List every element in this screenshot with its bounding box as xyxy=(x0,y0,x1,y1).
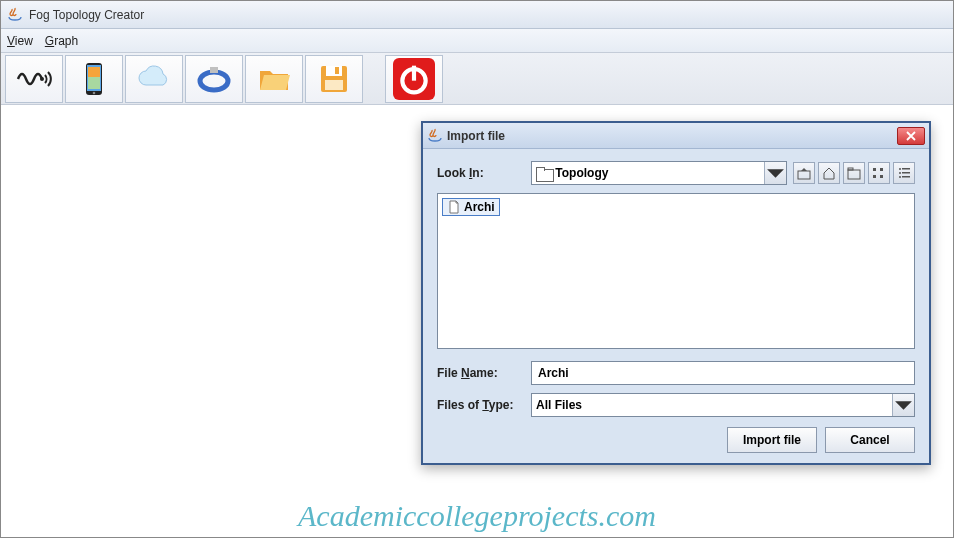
svg-point-23 xyxy=(899,172,901,174)
list-view-icon xyxy=(872,166,886,180)
lookin-label: Look In: xyxy=(437,166,525,180)
import-dialog: Import file Look In: Topology Ar xyxy=(421,121,931,465)
svg-point-0 xyxy=(40,77,44,81)
dialog-title: Import file xyxy=(447,129,897,143)
save-icon xyxy=(314,59,354,99)
svg-point-25 xyxy=(899,176,901,178)
power-icon xyxy=(394,59,434,99)
home-icon xyxy=(822,166,836,180)
file-item-name: Archi xyxy=(464,200,495,214)
svg-rect-24 xyxy=(902,172,910,174)
cloud-icon xyxy=(134,59,174,99)
menu-graph[interactable]: Graph xyxy=(45,34,78,48)
filetype-value: All Files xyxy=(536,398,582,412)
svg-rect-18 xyxy=(873,175,876,178)
svg-point-3 xyxy=(93,91,96,94)
lookin-combo[interactable]: Topology xyxy=(531,161,787,185)
svg-point-21 xyxy=(899,168,901,170)
svg-rect-5 xyxy=(88,77,100,89)
svg-rect-26 xyxy=(902,176,910,178)
svg-rect-4 xyxy=(88,67,100,77)
up-folder-button[interactable] xyxy=(793,162,815,184)
svg-rect-7 xyxy=(210,67,218,73)
chevron-down-icon[interactable] xyxy=(764,162,786,184)
save-button[interactable] xyxy=(305,55,363,103)
svg-rect-17 xyxy=(873,168,876,171)
link-button[interactable] xyxy=(185,55,243,103)
svg-point-6 xyxy=(200,72,228,90)
lookin-value: Topology xyxy=(555,166,608,180)
details-view-button[interactable] xyxy=(893,162,915,184)
svg-rect-14 xyxy=(798,171,810,179)
svg-rect-11 xyxy=(325,80,343,90)
menubar: View Graph xyxy=(1,29,953,53)
folder-icon xyxy=(536,167,552,180)
up-folder-icon xyxy=(797,166,811,180)
menu-view[interactable]: View xyxy=(7,34,33,48)
file-list[interactable]: Archi xyxy=(437,193,915,349)
list-view-button[interactable] xyxy=(868,162,890,184)
filetype-combo[interactable]: All Files xyxy=(531,393,915,417)
dialog-titlebar[interactable]: Import file xyxy=(423,123,929,149)
svg-rect-20 xyxy=(880,175,883,178)
svg-rect-16 xyxy=(848,168,853,170)
toolbar xyxy=(1,53,953,105)
phone-icon xyxy=(74,59,114,99)
svg-rect-22 xyxy=(902,168,910,170)
home-button[interactable] xyxy=(818,162,840,184)
dialog-close-button[interactable] xyxy=(897,127,925,145)
file-item[interactable]: Archi xyxy=(442,198,500,216)
cancel-button[interactable]: Cancel xyxy=(825,427,915,453)
window-titlebar: Fog Topology Creator xyxy=(1,1,953,29)
svg-rect-10 xyxy=(335,67,339,74)
sensor-icon xyxy=(14,59,54,99)
window-title: Fog Topology Creator xyxy=(29,8,144,22)
phone-button[interactable] xyxy=(65,55,123,103)
close-icon xyxy=(906,131,916,141)
power-button[interactable] xyxy=(385,55,443,103)
java-icon xyxy=(7,7,23,23)
svg-rect-15 xyxy=(848,170,860,179)
svg-rect-19 xyxy=(880,168,883,171)
filetype-label: Files of Type: xyxy=(437,398,525,412)
java-icon xyxy=(427,128,443,144)
chevron-down-icon[interactable] xyxy=(892,394,914,416)
open-folder-button[interactable] xyxy=(245,55,303,103)
svg-rect-9 xyxy=(326,66,342,76)
import-file-button[interactable]: Import file xyxy=(727,427,817,453)
sensor-button[interactable] xyxy=(5,55,63,103)
cloud-button[interactable] xyxy=(125,55,183,103)
link-icon xyxy=(194,59,234,99)
new-folder-button[interactable] xyxy=(843,162,865,184)
details-view-icon xyxy=(897,166,911,180)
folder-open-icon xyxy=(254,59,294,99)
filename-label: File Name: xyxy=(437,366,525,380)
filename-input[interactable] xyxy=(531,361,915,385)
new-folder-icon xyxy=(847,166,861,180)
file-icon xyxy=(447,200,461,214)
